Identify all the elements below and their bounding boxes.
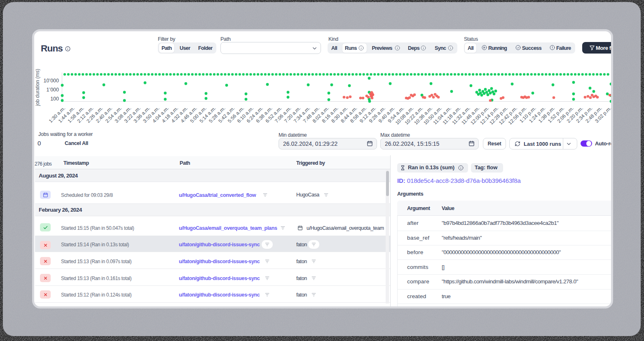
svg-text:100: 100 [50, 96, 59, 102]
svg-text:10’000: 10’000 [43, 78, 59, 84]
svg-text:job duration (ms): job duration (ms) [35, 69, 40, 106]
svg-text:1’000: 1’000 [46, 87, 59, 93]
